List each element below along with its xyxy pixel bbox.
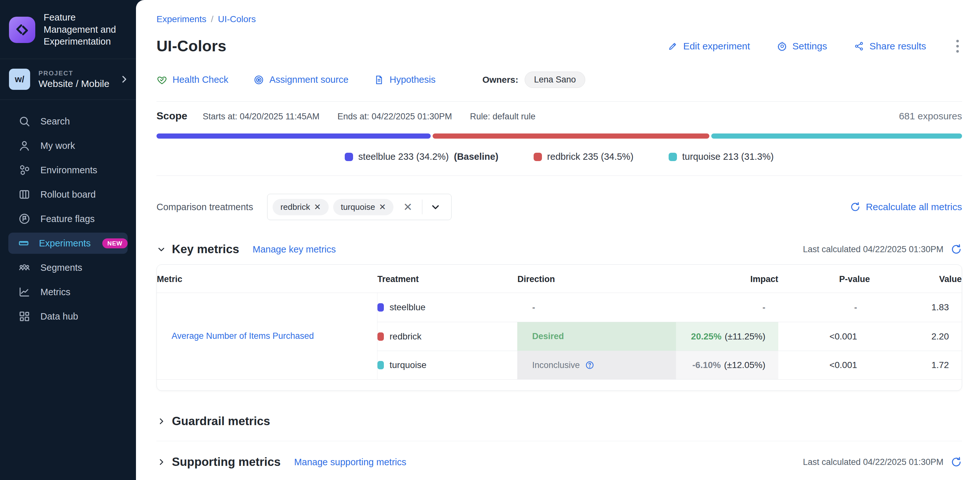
- sidebar-item-segments[interactable]: Segments: [8, 257, 127, 278]
- sidebar-item-label: Segments: [40, 263, 83, 273]
- manage-supporting-metrics-link[interactable]: Manage supporting metrics: [294, 457, 406, 467]
- document-icon: [374, 75, 385, 85]
- sidebar-item-label: Experiments: [39, 238, 91, 249]
- sidebar-item-label: Feature flags: [40, 214, 95, 224]
- sidebar-item-label: Search: [40, 116, 70, 127]
- comparison-row: Comparison treatments redbrick ✕ turquoi…: [156, 194, 962, 220]
- remove-chip-icon[interactable]: ✕: [379, 202, 386, 212]
- chevron-down-icon[interactable]: [427, 201, 444, 212]
- assignment-source-link[interactable]: Assignment source: [253, 75, 348, 85]
- refresh-icon[interactable]: [950, 456, 962, 468]
- sidebar-item-environments[interactable]: Environments: [8, 159, 127, 181]
- legend-item-turquoise: turquoise 213 (31.3%): [669, 151, 773, 162]
- sidebar-item-label: Metrics: [40, 287, 70, 297]
- baseline-label: (Baseline): [454, 151, 499, 162]
- col-metric: Metric: [157, 265, 377, 293]
- refresh-icon[interactable]: [950, 244, 962, 255]
- col-p-value: P-value: [778, 265, 870, 293]
- breadcrumb-experiments-link[interactable]: Experiments: [156, 14, 207, 24]
- direction-cell: Inconclusive: [517, 351, 676, 380]
- guardrail-metrics-section: Guardrail metrics: [156, 400, 962, 441]
- experiment-meta-row: Health Check Assignment source Hypothesi…: [156, 72, 962, 88]
- settings-button[interactable]: Settings: [777, 41, 827, 52]
- owner-pill[interactable]: Lena Sano: [525, 72, 585, 88]
- manage-key-metrics-link[interactable]: Manage key metrics: [253, 244, 336, 255]
- steelblue-swatch: [345, 153, 353, 161]
- impact-cell: -6.10% (±12.05%): [676, 351, 778, 380]
- scope-starts-at: Starts at: 04/20/2025 11:45AM: [203, 112, 320, 121]
- help-icon[interactable]: [585, 360, 595, 370]
- redbrick-swatch: [534, 153, 542, 161]
- collapse-icon[interactable]: [156, 244, 166, 254]
- page-title: UI-Colors: [156, 37, 226, 55]
- turquoise-swatch: [669, 153, 677, 161]
- project-switcher[interactable]: w/ PROJECT Website / Mobile: [0, 59, 136, 100]
- header-actions: Edit experiment Settings Share results: [668, 38, 962, 54]
- main-content: Experiments / UI-Colors UI-Colors Edit e…: [136, 0, 980, 480]
- last-calculated-text: Last calculated 04/22/2025 01:30PM: [803, 244, 943, 254]
- share-results-button[interactable]: Share results: [854, 41, 926, 52]
- edit-experiment-button[interactable]: Edit experiment: [668, 41, 750, 52]
- metric-link[interactable]: Average Number of Items Purchased: [172, 331, 314, 341]
- sidebar-item-experiments[interactable]: Experiments NEW: [8, 233, 127, 254]
- chip-turquoise[interactable]: turquoise ✕: [333, 199, 394, 215]
- sidebar-nav: Search My work Environments Rollout boar…: [0, 100, 136, 330]
- select-divider: [422, 199, 422, 214]
- expand-icon[interactable]: [156, 416, 166, 426]
- more-options-button[interactable]: [953, 38, 962, 54]
- p-value-cell: <0.001: [778, 322, 870, 351]
- remove-chip-icon[interactable]: ✕: [314, 202, 321, 212]
- scope-title: Scope: [156, 110, 187, 122]
- sidebar-item-my-work[interactable]: My work: [8, 135, 127, 156]
- key-metrics-title: Key metrics: [172, 242, 239, 256]
- value-cell: 1.83: [870, 293, 962, 322]
- direction-cell: -: [517, 293, 676, 322]
- treatment-distribution-bar: [156, 134, 962, 139]
- col-value: Value: [870, 265, 962, 293]
- split-logo-icon: [9, 17, 35, 43]
- breadcrumb-current-link[interactable]: UI-Colors: [218, 14, 256, 24]
- col-impact: Impact: [676, 265, 778, 293]
- sidebar-item-label: My work: [40, 140, 75, 151]
- gear-icon: [777, 41, 787, 51]
- key-metrics-header: Key metrics Manage key metrics Last calc…: [156, 242, 962, 256]
- sidebar-item-label: Environments: [40, 165, 97, 175]
- sidebar-item-label: Rollout board: [40, 189, 96, 200]
- hypothesis-link[interactable]: Hypothesis: [374, 75, 436, 85]
- project-avatar: w/: [9, 69, 30, 90]
- guardrail-metrics-title: Guardrail metrics: [172, 415, 270, 428]
- value-cell: 2.20: [870, 322, 962, 351]
- metric-name-cell: Average Number of Items Purchased: [157, 293, 377, 380]
- app-header: Feature Management and Experimentation: [0, 0, 136, 59]
- project-name: Website / Mobile: [38, 78, 109, 89]
- p-value-cell: <0.001: [778, 351, 870, 380]
- health-check-link[interactable]: Health Check: [156, 75, 228, 85]
- sidebar-item-data-hub[interactable]: Data hub: [8, 306, 127, 327]
- scope-section: Scope Starts at: 04/20/2025 11:45AM Ends…: [156, 101, 962, 176]
- col-direction: Direction: [517, 265, 676, 293]
- sidebar-item-rollout-board[interactable]: Rollout board: [8, 184, 127, 205]
- expand-icon[interactable]: [156, 457, 166, 467]
- col-treatment: Treatment: [377, 265, 517, 293]
- treatment-cell: redbrick: [377, 322, 517, 351]
- sidebar-item-search[interactable]: Search: [8, 111, 127, 132]
- clear-all-icon[interactable]: ✕: [398, 201, 417, 214]
- redbrick-swatch: [377, 332, 384, 341]
- sidebar: Feature Management and Experimentation w…: [0, 0, 136, 480]
- chip-redbrick[interactable]: redbrick ✕: [272, 199, 328, 215]
- value-cell: 1.72: [870, 351, 962, 380]
- steelblue-swatch: [377, 303, 384, 311]
- refresh-icon: [850, 201, 861, 212]
- recalculate-all-metrics-button[interactable]: Recalculate all metrics: [850, 201, 962, 212]
- app-title: Feature Management and Experimentation: [44, 11, 127, 48]
- distribution-segment-steelblue: [156, 134, 431, 139]
- treatment-cell: turquoise: [377, 351, 517, 380]
- sidebar-item-metrics[interactable]: Metrics: [8, 281, 127, 303]
- distribution-segment-turquoise: [711, 134, 963, 139]
- comparison-treatments-select[interactable]: redbrick ✕ turquoise ✕ ✕: [267, 194, 452, 220]
- legend-item-redbrick: redbrick 235 (34.5%): [534, 151, 633, 162]
- turquoise-swatch: [377, 361, 384, 369]
- breadcrumb: Experiments / UI-Colors: [156, 10, 962, 33]
- sidebar-item-feature-flags[interactable]: Feature flags: [8, 208, 127, 230]
- bullseye-icon: [253, 75, 264, 85]
